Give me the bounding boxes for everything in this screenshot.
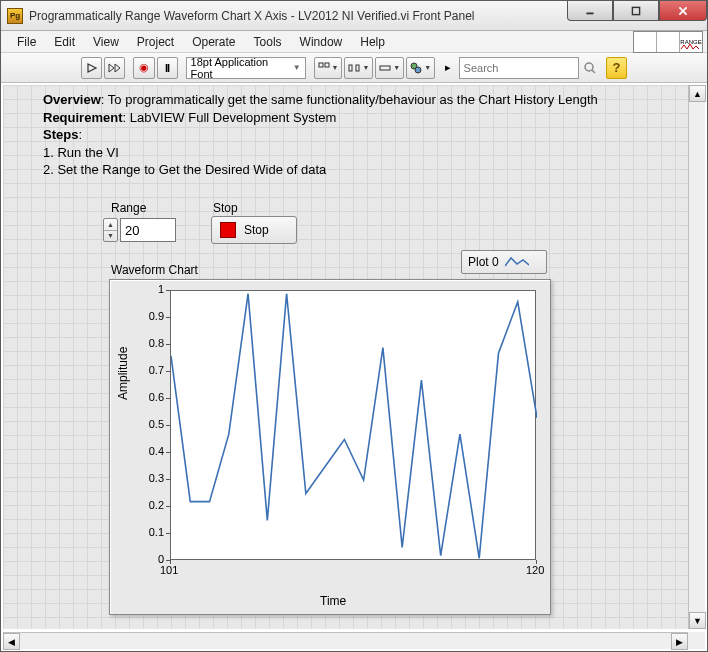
svg-rect-6 <box>349 65 352 71</box>
font-selector[interactable]: 18pt Application Font▼ <box>186 57 306 79</box>
scroll-down-icon[interactable]: ▼ <box>689 612 706 629</box>
menu-view[interactable]: View <box>85 33 127 51</box>
horizontal-scrollbar[interactable]: ◀ ▶ <box>3 632 688 649</box>
overview-text-block: Overview: To programmatically get the sa… <box>43 91 675 179</box>
resize-corner[interactable] <box>688 632 705 649</box>
app-icon: Pg <box>7 8 23 24</box>
y-tick-label: 0.9 <box>134 310 164 322</box>
x-axis-label: Time <box>320 594 346 608</box>
plot-legend[interactable]: Plot 0 <box>461 250 547 274</box>
distribute-button[interactable]: ▼ <box>344 57 373 79</box>
stop-caption: Stop <box>213 201 238 215</box>
legend-label: Plot 0 <box>468 255 499 269</box>
scroll-right-icon[interactable]: ▶ <box>671 633 688 650</box>
minimize-button[interactable] <box>567 1 613 21</box>
stop-square-icon <box>220 222 236 238</box>
resize-button[interactable]: ▼ <box>375 57 404 79</box>
y-axis-label: Amplitude <box>116 347 130 400</box>
plot-area <box>170 290 536 560</box>
search-divider-icon: ▸ <box>443 57 453 79</box>
help-button[interactable]: ? <box>606 57 627 79</box>
svg-point-10 <box>415 67 421 73</box>
menu-help[interactable]: Help <box>352 33 393 51</box>
close-button[interactable] <box>659 1 707 21</box>
svg-rect-8 <box>380 66 390 70</box>
run-button[interactable] <box>81 57 102 79</box>
window-title: Programmatically Range Waveform Chart X … <box>29 9 475 23</box>
menubar: File Edit View Project Operate Tools Win… <box>1 31 707 53</box>
search-box[interactable] <box>459 57 579 79</box>
y-tick-label: 0.5 <box>134 418 164 430</box>
svg-rect-7 <box>356 65 359 71</box>
vertical-scrollbar[interactable]: ▲ ▼ <box>688 85 705 629</box>
y-tick-label: 0.3 <box>134 472 164 484</box>
stop-button[interactable]: Stop <box>211 216 297 244</box>
menu-operate[interactable]: Operate <box>184 33 243 51</box>
pause-button[interactable]: II <box>157 57 178 79</box>
stop-button-label: Stop <box>244 223 269 237</box>
search-icon[interactable] <box>581 57 600 79</box>
spinner-down-icon[interactable]: ▼ <box>104 231 117 242</box>
svg-point-11 <box>585 63 593 71</box>
svg-rect-1 <box>632 7 639 14</box>
menu-file[interactable]: File <box>9 33 44 51</box>
menu-project[interactable]: Project <box>129 33 182 51</box>
waveform-chart[interactable]: Amplitude Time 00.10.20.30.40.50.60.70.8… <box>109 279 551 615</box>
search-input[interactable] <box>464 62 554 74</box>
range-input[interactable] <box>120 218 176 242</box>
align-button[interactable]: ▼ <box>314 57 343 79</box>
range-spinner[interactable]: ▲▼ <box>103 218 118 242</box>
chart-caption: Waveform Chart <box>111 263 198 277</box>
range-label: Range <box>111 201 146 215</box>
scroll-left-icon[interactable]: ◀ <box>3 633 20 650</box>
x-tick-label: 120 <box>526 564 544 576</box>
y-tick-label: 0.7 <box>134 364 164 376</box>
y-tick-label: 0.2 <box>134 499 164 511</box>
legend-line-icon <box>505 256 529 268</box>
reorder-button[interactable]: ▼ <box>406 57 435 79</box>
svg-rect-4 <box>319 63 323 67</box>
toolbar: ◉ II 18pt Application Font▼ ▼ ▼ ▼ ▼ ▸ ? <box>1 53 707 83</box>
y-tick-label: 1 <box>134 283 164 295</box>
y-tick-label: 0.6 <box>134 391 164 403</box>
titlebar[interactable]: Pg Programmatically Range Waveform Chart… <box>1 1 707 31</box>
svg-rect-5 <box>325 63 329 67</box>
menu-edit[interactable]: Edit <box>46 33 83 51</box>
menu-window[interactable]: Window <box>292 33 351 51</box>
x-tick-label: 101 <box>160 564 178 576</box>
scroll-up-icon[interactable]: ▲ <box>689 85 706 102</box>
plot-line <box>171 291 537 561</box>
y-tick-label: 0.8 <box>134 337 164 349</box>
spinner-up-icon[interactable]: ▲ <box>104 219 117 231</box>
menu-tools[interactable]: Tools <box>246 33 290 51</box>
maximize-button[interactable] <box>613 1 659 21</box>
mini-navigation-panel[interactable]: RANGE <box>633 31 703 53</box>
y-tick-label: 0.4 <box>134 445 164 457</box>
abort-button[interactable]: ◉ <box>133 57 154 79</box>
y-tick-label: 0.1 <box>134 526 164 538</box>
svg-line-12 <box>592 70 595 73</box>
run-continuous-button[interactable] <box>104 57 125 79</box>
